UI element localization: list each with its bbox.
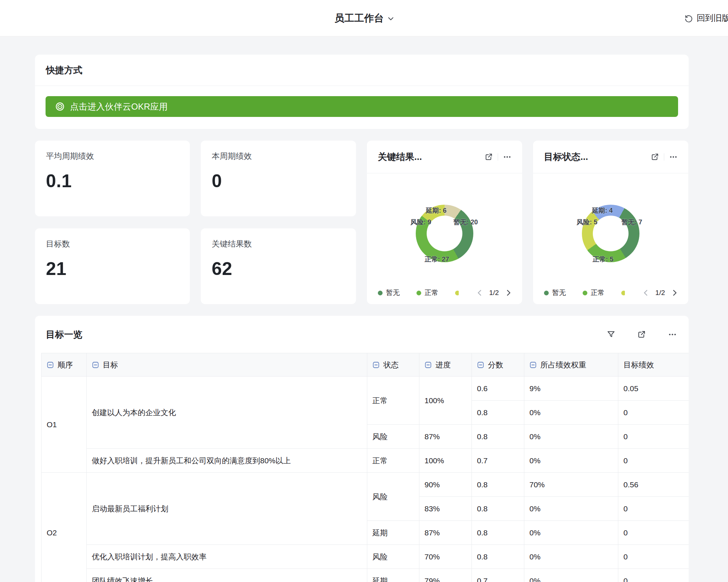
chart-card-header: 关键结果... [367,141,522,173]
table-row: 团队绩效飞速增长延期79%0.70%0 [42,569,689,582]
stat-label: 本周期绩效 [212,151,345,162]
column-label: 目标绩效 [623,360,654,370]
cell-weight: 0% [524,401,618,425]
divider [498,153,498,161]
cell-progress: 100% [419,449,472,473]
collapse-icon[interactable] [424,361,432,369]
column-header-status: 状态 [367,353,419,377]
key-results-status-card: 关键结果... 延期: 6暂无: 20正常: 27风险: 9 暂无正常风险 [367,141,522,304]
legend-item-暂无[interactable]: 暂无 [544,288,566,298]
cell-weight: 0% [524,497,618,521]
stat-value: 0.1 [46,170,179,192]
legend-pager: 1/2 [474,287,514,298]
cell-score: 0.6 [472,377,524,401]
pager-text: 1/2 [489,289,499,297]
column-header-progress: 进度 [419,353,472,377]
target-icon [55,102,65,111]
donut-label-正常: 正常: 27 [424,255,449,264]
chevron-left-icon[interactable] [640,287,651,298]
stat-value: 21 [46,258,179,279]
collapse-icon[interactable] [372,361,380,369]
legend-item-正常[interactable]: 正常 [583,288,604,298]
cell-progress: 87% [419,521,472,545]
cell-weight: 0% [524,545,618,569]
column-header-performance: 目标绩效 [618,353,689,377]
cell-score: 0.7 [472,569,524,582]
cell-status: 风险 [367,545,419,569]
collapse-icon[interactable] [477,361,484,369]
legend-item-暂无[interactable]: 暂无 [378,288,400,298]
legend-item-风险[interactable]: 风险 [455,288,459,298]
back-to-old-version-link[interactable]: 回到旧版 [684,0,728,36]
stat-card-current-cycle-performance: 本周期绩效 0 [201,141,356,216]
more-options-icon[interactable] [502,152,513,162]
cell-objective: 优化入职培训计划，提高入职效率 [87,545,367,569]
stat-value: 62 [212,258,345,279]
cell-performance: 0 [618,521,689,545]
workspace-switcher[interactable]: 员工工作台 [334,12,394,25]
collapse-icon[interactable] [47,361,54,369]
table-row: 做好入职培训，提升新员工和公司双向的满意度到80%以上正常100%0.70%0 [42,449,689,473]
legend-label: 暂无 [386,288,400,298]
goals-table-body: O1创建以人为本的企业文化正常100%0.69%0.050.80%0风险87%0… [42,377,689,582]
goals-table-head: 顺序目标状态进度分数所占绩效权重目标绩效 [42,353,689,377]
divider [664,153,664,161]
legend-label: 正常 [591,288,604,298]
cell-performance: 0 [618,425,689,449]
chart-legend-row: 暂无正常风险 1/2 [367,282,522,304]
collapse-icon[interactable] [529,361,537,369]
cell-status: 延期 [367,521,419,545]
legend-dot [378,291,383,295]
chart-legend: 暂无正常风险 [544,288,625,298]
chevron-left-icon[interactable] [474,287,485,298]
chart-area: 延期: 4暂无: 7正常: 5风险: 5 [533,173,688,282]
history-icon [684,13,693,23]
column-label: 进度 [435,360,451,370]
table-row: O1创建以人为本的企业文化正常100%0.69%0.05 [42,377,689,401]
stat-label: 平均周期绩效 [46,151,179,162]
column-header-weight: 所占绩效权重 [524,353,618,377]
cell-weight: 0% [524,569,618,582]
open-in-new-icon[interactable] [483,152,494,162]
goals-table: 顺序目标状态进度分数所占绩效权重目标绩效 O1创建以人为本的企业文化正常100%… [41,353,689,582]
goals-overview-card: 目标一览 顺序目标状态进度分数所占绩效权重目标绩效 O1 [35,316,689,582]
cell-progress: 100% [419,377,472,425]
more-options-icon[interactable] [667,329,678,340]
legend-dot [544,291,549,295]
cell-score: 0.8 [472,473,524,497]
more-options-icon[interactable] [668,152,679,162]
open-okr-app-button[interactable]: 点击进入伙伴云OKR应用 [46,96,678,117]
cell-performance: 0.56 [618,473,689,497]
open-in-new-icon[interactable] [649,152,660,162]
open-in-new-icon[interactable] [636,329,647,340]
column-label: 目标 [103,360,118,370]
cell-score: 0.8 [472,521,524,545]
donut-label-风险: 风险: 5 [576,218,597,227]
legend-item-正常[interactable]: 正常 [416,288,438,298]
cell-weight: 0% [524,425,618,449]
chart-title: 目标状态... [544,151,649,163]
column-label: 状态 [383,360,399,370]
main-content: 快捷方式 点击进入伙伴云OKR应用 平均周期绩效 0.1 本周期绩效 0 关键结… [0,36,728,582]
column-label: 所占绩效权重 [540,360,586,370]
legend-item-风险[interactable]: 风险 [621,288,625,298]
chart-legend: 暂无正常风险 [378,288,459,298]
chart-legend-row: 暂无正常风险 1/2 [533,282,688,304]
cell-score: 0.8 [472,425,524,449]
cell-performance: 0 [618,545,689,569]
cell-seq: O1 [42,377,87,473]
top-bar: 员工工作台 回到旧版 [0,0,728,36]
collapse-icon[interactable] [92,361,99,369]
cell-status: 延期 [367,569,419,582]
filter-icon[interactable] [606,329,617,340]
stat-card-objective-count: 目标数 21 [35,228,190,304]
cell-performance: 0 [618,569,689,582]
cell-performance: 0 [618,497,689,521]
cell-progress: 90% [419,473,472,497]
chevron-right-icon[interactable] [669,287,680,298]
cell-performance: 0 [618,401,689,425]
chevron-right-icon[interactable] [503,287,514,298]
legend-label: 暂无 [552,288,566,298]
donut-label-正常: 正常: 5 [592,255,613,264]
page-title: 员工工作台 [334,12,384,25]
